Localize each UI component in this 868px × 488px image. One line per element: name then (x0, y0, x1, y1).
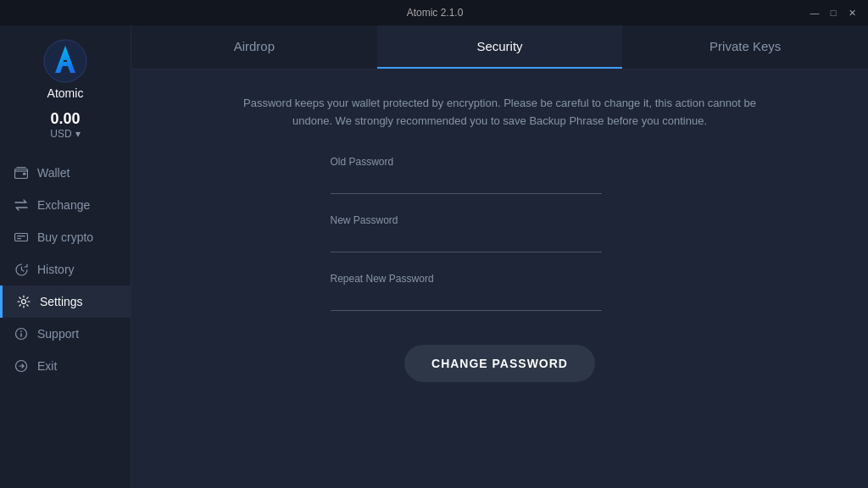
sidebar-item-exchange[interactable]: Exchange (0, 189, 131, 221)
repeat-password-label: Repeat New Password (331, 273, 670, 285)
svg-rect-2 (23, 173, 26, 175)
logo-text: Atomic (47, 86, 84, 100)
sidebar-label-exit: Exit (37, 359, 57, 373)
change-password-button[interactable]: CHANGE PASSWORD (404, 345, 595, 382)
sidebar-item-buy-crypto[interactable]: Buy crypto (0, 221, 131, 253)
nav-menu: Wallet Exchange Buy cr (0, 157, 131, 382)
exchange-icon (14, 197, 29, 213)
svg-rect-3 (15, 234, 28, 241)
currency-selector[interactable]: USD ▾ (50, 128, 80, 140)
sidebar-item-history[interactable]: History (0, 253, 131, 286)
sidebar-label-support: Support (37, 327, 79, 341)
settings-tabs: Airdrop Security Private Keys (131, 25, 868, 69)
sidebar-item-wallet[interactable]: Wallet (0, 157, 131, 189)
tab-security[interactable]: Security (377, 25, 623, 69)
old-password-input[interactable] (331, 173, 602, 194)
sidebar-label-wallet: Wallet (37, 166, 70, 180)
svg-point-6 (22, 300, 26, 304)
settings-icon (16, 294, 31, 309)
sidebar: Atomic 0.00 USD ▾ Wallet (0, 25, 131, 488)
currency-label: USD (50, 128, 71, 140)
security-info-text: Password keeps your wallet protected by … (225, 95, 776, 130)
support-icon (14, 326, 29, 341)
close-button[interactable]: ✕ (846, 7, 858, 19)
content-area: Airdrop Security Private Keys Password k… (131, 25, 868, 488)
old-password-label: Old Password (331, 156, 670, 168)
tab-airdrop[interactable]: Airdrop (131, 25, 377, 69)
sidebar-item-settings[interactable]: Settings (0, 286, 131, 318)
history-icon (14, 262, 29, 277)
svg-rect-5 (17, 238, 21, 239)
repeat-password-field: Repeat New Password (331, 273, 670, 311)
new-password-label: New Password (331, 214, 670, 226)
wallet-icon (14, 165, 29, 180)
svg-rect-4 (17, 236, 25, 236)
new-password-input[interactable] (331, 231, 602, 252)
sidebar-label-history: History (37, 263, 75, 276)
minimize-button[interactable]: — (809, 7, 821, 19)
balance-amount: 0.00 (50, 110, 80, 128)
sidebar-label-settings: Settings (40, 295, 83, 308)
password-form: Old Password New Password Repeat New Pas… (331, 156, 670, 382)
sidebar-label-exchange: Exchange (37, 198, 90, 212)
repeat-password-input[interactable] (331, 290, 602, 311)
currency-chevron-icon: ▾ (75, 128, 81, 140)
window-controls: — □ ✕ (809, 7, 858, 19)
titlebar: Atomic 2.1.0 — □ ✕ (0, 0, 868, 25)
sidebar-item-exit[interactable]: Exit (0, 350, 131, 382)
maximize-button[interactable]: □ (827, 7, 839, 19)
security-panel: Password keeps your wallet protected by … (131, 69, 868, 488)
window-title: Atomic 2.1.0 (61, 7, 809, 19)
new-password-field: New Password (331, 214, 670, 252)
sidebar-label-buy-crypto: Buy crypto (37, 230, 93, 244)
app-body: Atomic 0.00 USD ▾ Wallet (0, 25, 868, 488)
sidebar-item-support[interactable]: Support (0, 318, 131, 350)
exit-icon (14, 358, 29, 374)
atomic-logo-icon (43, 39, 87, 83)
buy-icon (14, 230, 29, 245)
old-password-field: Old Password (331, 156, 670, 194)
tab-private-keys[interactable]: Private Keys (622, 25, 868, 69)
logo-container: Atomic (43, 39, 87, 100)
balance-container: 0.00 USD ▾ (50, 110, 80, 140)
